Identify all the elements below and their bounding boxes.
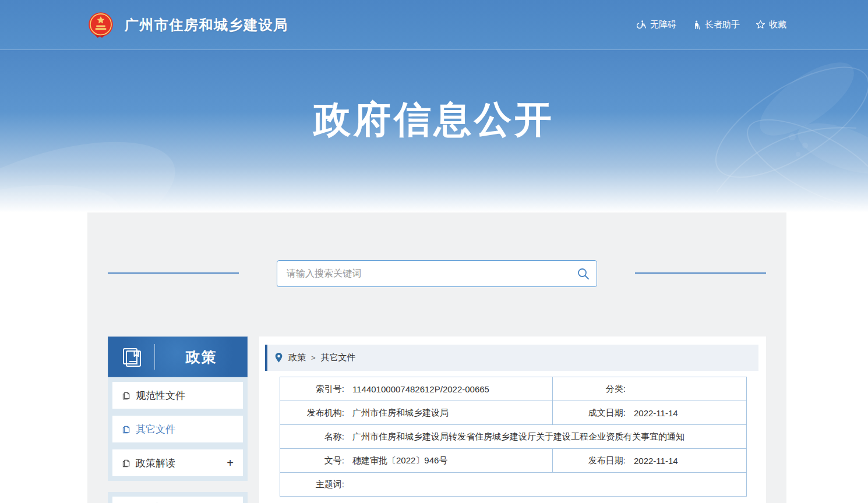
- search-icon: [576, 267, 590, 281]
- search-input[interactable]: [277, 260, 597, 287]
- document-icon: [122, 425, 130, 434]
- written-date-label: 成文日期:: [553, 408, 626, 419]
- elder-assist-label: 长者助手: [705, 19, 740, 30]
- index-label: 索引号:: [280, 384, 344, 395]
- content-panel: 政策 规范性文件: [87, 212, 786, 503]
- sidebar-item-other-documents[interactable]: 其它文件: [112, 416, 243, 442]
- search-button[interactable]: [576, 267, 590, 281]
- site-brand[interactable]: 广州市住房和城乡建设局: [86, 10, 288, 40]
- location-pin-icon: [275, 353, 283, 363]
- elder-assist-icon: [692, 20, 701, 30]
- favorite-link[interactable]: 收藏: [756, 19, 786, 30]
- table-row: 索引号: 11440100007482612P/2022-00665 分类:: [280, 377, 747, 401]
- page-banner: 政府信息公开: [0, 50, 868, 212]
- page: 广州市住房和城乡建设局 无障碍: [0, 0, 868, 503]
- table-row: 主题词:: [280, 473, 747, 497]
- search-bar: [277, 260, 597, 287]
- table-row: 名称: 广州市住房和城乡建设局转发省住房城乡建设厅关于建设工程企业资质有关事宜的…: [280, 425, 747, 449]
- agency-value: 广州市住房和城乡建设局: [352, 408, 449, 419]
- subject-label: 主题词:: [280, 479, 344, 490]
- written-date-value: 2022-11-14: [634, 408, 678, 418]
- document-detail-table: 索引号: 11440100007482612P/2022-00665 分类:: [280, 377, 747, 497]
- accessibility-link[interactable]: 无障碍: [637, 19, 676, 30]
- breadcrumb-item-policy[interactable]: 政策: [288, 352, 306, 363]
- sidebar-policy-header[interactable]: 政策: [108, 336, 248, 377]
- main-content-card: 政策 > 其它文件 索引号: 11440100007482612P/2022-0…: [259, 336, 766, 503]
- breadcrumb-separator: >: [311, 353, 316, 362]
- sidebar-item-normative-documents[interactable]: 规范性文件: [112, 382, 243, 409]
- table-row: 文号: 穗建审批〔2022〕946号 发布日期: 2022-11-14: [280, 449, 747, 473]
- sidebar-item-policy-interpretation[interactable]: 政策解读 +: [112, 449, 243, 476]
- table-row: 发布机构: 广州市住房和城乡建设局 成文日期: 2022-11-14: [280, 401, 747, 425]
- sidebar-policy-title: 政策: [155, 348, 248, 367]
- sidebar-gov-info-header[interactable]: 政府信息: [112, 497, 243, 503]
- accessibility-icon: [637, 20, 647, 30]
- name-value: 广州市住房和城乡建设局转发省住房城乡建设厅关于建设工程企业资质有关事宜的通知: [352, 431, 684, 442]
- top-header-bar: 广州市住房和城乡建设局 无障碍: [0, 0, 868, 50]
- document-icon: [122, 459, 130, 467]
- sidebar-policy-items: 规范性文件 其它文件: [108, 377, 248, 476]
- elder-assist-link[interactable]: 长者助手: [692, 19, 740, 30]
- doc-no-value: 穗建审批〔2022〕946号: [352, 455, 447, 466]
- index-value: 11440100007482612P/2022-00665: [352, 384, 489, 394]
- site-title: 广州市住房和城乡建设局: [125, 16, 288, 34]
- agency-label: 发布机构:: [280, 408, 344, 419]
- accessibility-label: 无障碍: [650, 19, 676, 30]
- doc-no-label: 文号:: [280, 455, 344, 466]
- breadcrumb-item-other-documents[interactable]: 其它文件: [321, 352, 356, 363]
- sidebar-section-gov-info: 政府信息: [108, 492, 248, 503]
- breadcrumb: 政策 > 其它文件: [265, 345, 758, 371]
- decorative-line-right: [635, 272, 766, 274]
- sidebar-item-label: 政策解读: [136, 456, 175, 470]
- sidebar-section-policy: 政策 规范性文件: [108, 336, 248, 481]
- top-utility-links: 无障碍 长者助手 收藏: [637, 19, 786, 30]
- decorative-line-left: [108, 272, 239, 274]
- sidebar-item-label: 其它文件: [136, 423, 175, 436]
- book-icon: [121, 345, 144, 369]
- name-label: 名称:: [280, 431, 344, 442]
- star-icon: [756, 20, 765, 30]
- category-label: 分类:: [553, 384, 626, 395]
- banner-title: 政府信息公开: [0, 50, 868, 145]
- national-emblem-icon: [86, 10, 115, 40]
- publish-date-value: 2022-11-14: [634, 456, 678, 466]
- publish-date-label: 发布日期:: [553, 455, 626, 466]
- document-icon: [122, 391, 130, 400]
- expand-plus-icon[interactable]: +: [227, 457, 234, 469]
- sidebar-item-label: 规范性文件: [136, 389, 185, 402]
- sidebar: 政策 规范性文件: [108, 336, 248, 503]
- favorite-label: 收藏: [769, 19, 786, 30]
